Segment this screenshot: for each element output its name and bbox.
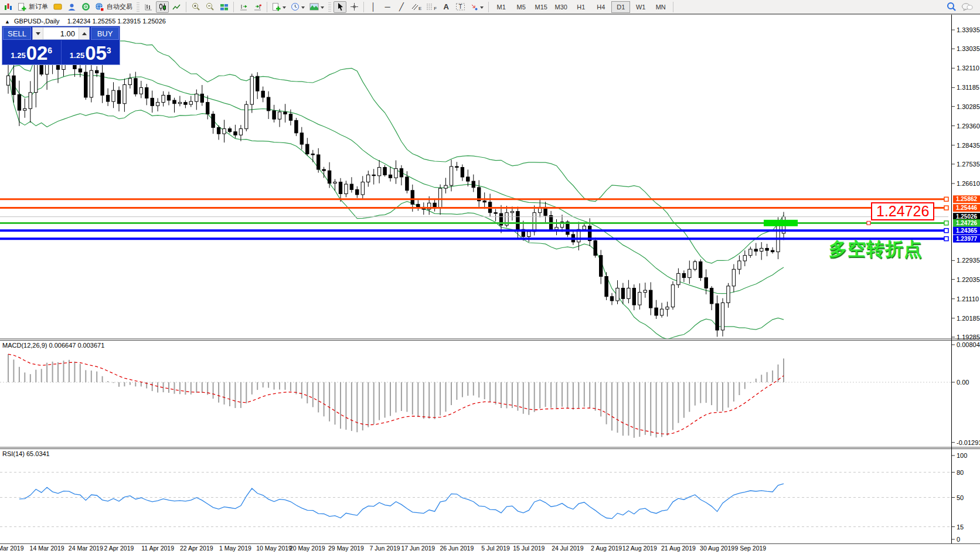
one-click-trading-panel: SELL 1.00 BUY 1.25 02 6 1.25 05 3 — [2, 26, 120, 65]
timeframe-M30[interactable]: M30 — [552, 1, 570, 13]
buy-price[interactable]: 1.25 05 3 — [62, 40, 120, 64]
svg-text:1.20185: 1.20185 — [957, 315, 980, 322]
svg-text:T: T — [459, 4, 462, 10]
shift-chart-button[interactable] — [237, 1, 250, 13]
svg-text:1.24726: 1.24726 — [956, 220, 978, 226]
channel-letter: E — [418, 6, 421, 11]
indicators-button[interactable] — [270, 1, 288, 13]
collapse-triangle-icon[interactable]: ▲ — [5, 19, 10, 25]
candlestick-icon — [158, 3, 167, 11]
cursor-button[interactable] — [334, 1, 346, 13]
templates-caret-icon — [321, 6, 324, 11]
crosshair-button[interactable] — [348, 1, 360, 13]
rsi-panel — [0, 473, 951, 527]
bollinger-bands — [8, 33, 784, 339]
buy-price-big: 05 — [85, 45, 107, 62]
vline-tool-button[interactable]: │ — [367, 1, 380, 13]
ohlc-values: 1.24234 1.25255 1.23915 1.25026 — [67, 18, 166, 25]
candlestick-chart-button[interactable] — [156, 1, 169, 13]
volume-input[interactable]: 1.00 — [43, 28, 79, 39]
svg-text:-0.012914: -0.012914 — [957, 439, 980, 446]
macd-label: MACD(12,26,9) 0.006647 0.003671 — [2, 342, 104, 349]
auto-trading-label: 自动交易 — [107, 2, 132, 11]
sell-price[interactable]: 1.25 02 6 — [2, 40, 62, 64]
channel-tool-button[interactable]: E — [409, 1, 423, 13]
buy-button[interactable]: BUY — [91, 27, 119, 40]
trendline-tool-button[interactable]: ╱ — [395, 1, 408, 13]
new-order-button[interactable]: 新订单 — [16, 1, 50, 13]
template-icon — [309, 3, 319, 11]
templates-button[interactable] — [308, 1, 326, 13]
label-tool-button[interactable]: T — [454, 1, 467, 13]
chat-button[interactable] — [959, 1, 975, 13]
bar-chart-icon — [144, 3, 153, 11]
shift-chart-icon — [239, 3, 248, 11]
chat-icon — [961, 2, 973, 12]
timeframe-D1[interactable]: D1 — [611, 1, 630, 13]
styles-button[interactable] — [51, 1, 64, 13]
book-icon — [53, 3, 62, 11]
toolbar: 新订单 自动交易 │ ─ ╱ E F A T — [0, 0, 980, 14]
svg-text:1.27535: 1.27535 — [957, 161, 980, 168]
text-tool-icon: A — [444, 3, 449, 11]
caret-up-icon — [82, 30, 87, 35]
tile-windows-button[interactable] — [217, 1, 230, 13]
auto-trading-button[interactable]: 自动交易 — [93, 1, 134, 13]
svg-text:1.24365: 1.24365 — [956, 227, 978, 234]
auto-scroll-button[interactable] — [251, 1, 264, 13]
date-label: 1 May 2019 — [219, 545, 251, 552]
fibonacci-tool-button[interactable]: F — [424, 1, 438, 13]
line-chart-icon — [172, 3, 181, 11]
clock-icon — [291, 2, 300, 11]
chart-title: ▲ GBPUSD-,Daily 1.24234 1.25255 1.23915 … — [5, 18, 166, 25]
shapes-caret-icon — [480, 6, 484, 11]
highlight-rect — [764, 220, 798, 226]
sell-button[interactable]: SELL — [3, 27, 31, 40]
timeframe-M5[interactable]: M5 — [512, 1, 530, 13]
date-label: 14 Mar 2019 — [30, 545, 64, 552]
bar-chart-button[interactable] — [142, 1, 155, 13]
zoom-out-button[interactable] — [203, 1, 216, 13]
profile-button[interactable] — [65, 1, 78, 13]
volume-decrease-button[interactable] — [33, 28, 43, 39]
timeframe-M15[interactable]: M15 — [532, 1, 550, 13]
line-chart-button[interactable] — [170, 1, 183, 13]
svg-text:1.25026: 1.25026 — [956, 213, 978, 220]
date-label: 26 Jun 2019 — [440, 545, 474, 552]
symbol-period-label: GBPUSD-,Daily — [14, 18, 60, 25]
volume-spinner: 1.00 — [32, 27, 90, 40]
new-order-label: 新订单 — [29, 2, 48, 11]
date-label: 15 Jul 2019 — [513, 545, 545, 552]
zoom-in-button[interactable] — [189, 1, 202, 13]
timeframe-MN[interactable]: MN — [651, 1, 670, 13]
date-label: 29 May 2019 — [328, 545, 364, 552]
periods-button[interactable] — [289, 1, 307, 13]
date-label: 2 Apr 2019 — [104, 545, 134, 552]
svg-text:15: 15 — [957, 524, 964, 531]
rsi-line — [19, 484, 784, 519]
svg-text:80: 80 — [957, 469, 964, 476]
svg-text:1.25446: 1.25446 — [956, 205, 978, 211]
timeframe-W1[interactable]: W1 — [631, 1, 650, 13]
date-label: 5 Jul 2019 — [481, 545, 510, 552]
sound-button[interactable] — [79, 1, 92, 13]
shapes-tool-button[interactable] — [468, 1, 485, 13]
price-badge — [953, 235, 980, 243]
new-order-icon — [18, 2, 26, 11]
svg-text:1.33035: 1.33035 — [957, 45, 980, 52]
caret-down-icon — [36, 32, 40, 38]
text-tool-button[interactable]: A — [440, 1, 452, 13]
timeframe-group: M1M5M15M30H1H4D1W1MN — [491, 1, 671, 13]
volume-increase-button[interactable] — [79, 28, 89, 39]
hline-tool-button[interactable]: ─ — [381, 1, 394, 13]
timeframe-H4[interactable]: H4 — [591, 1, 610, 13]
search-button[interactable] — [945, 1, 958, 13]
timeframe-M1[interactable]: M1 — [492, 1, 511, 13]
svg-text:0: 0 — [957, 536, 960, 543]
sound-icon — [81, 2, 90, 11]
price-callout[interactable]: 1.24726 — [871, 202, 934, 220]
crosshair-icon — [350, 2, 359, 11]
svg-text:1.28435: 1.28435 — [957, 142, 980, 149]
timeframe-H1[interactable]: H1 — [571, 1, 590, 13]
zoom-out-icon — [206, 2, 215, 11]
